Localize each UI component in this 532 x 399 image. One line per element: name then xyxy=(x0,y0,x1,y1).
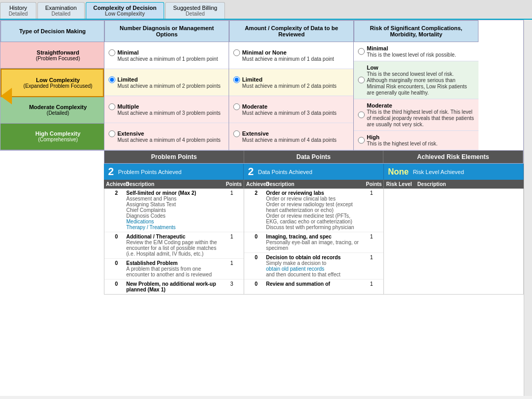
dp-row2-points: 1 xyxy=(362,234,381,251)
pp-row2-achieved: 0 xyxy=(107,234,126,257)
decision-low[interactable]: Low Complexity (Expanded Problem Focused… xyxy=(1,69,104,97)
tab-billing[interactable]: Suggested Billing Detailed xyxy=(165,2,225,19)
dp-row3-desc: Decision to obtain old records Simply ma… xyxy=(266,255,362,277)
dp-row3-points: 1 xyxy=(362,255,381,277)
problem-points-header: Problem Points xyxy=(104,151,244,163)
tab-complexity[interactable]: Complexity of Decision Low Complexity xyxy=(86,2,165,19)
risk-option-moderate[interactable]: ModerateThis is the third highest level … xyxy=(354,99,478,131)
dp-row1-achieved: 2 xyxy=(246,190,266,230)
pp-row3-achieved: 0 xyxy=(107,260,126,277)
dp-row3-achieved: 0 xyxy=(246,255,266,277)
decision-types-col: Straightforward (Problem Focused) Low Co… xyxy=(1,42,104,150)
pp-row3-desc: Established Problem A problem that persi… xyxy=(126,260,222,277)
data-option-minimal[interactable]: Minimal or NoneMust achieve a minimum of… xyxy=(229,42,353,69)
risk-description-header: Description xyxy=(415,180,524,189)
option-multiple[interactable]: MultipleMust achieve a minimum of 3 prob… xyxy=(104,96,229,123)
pp-description-header: Description xyxy=(124,180,224,189)
problem-points-rows: 2 Self-limited or minor (Max 2) Assesmen… xyxy=(104,189,244,294)
risk-achieved-none: None xyxy=(388,167,409,177)
risk-achieved-rows xyxy=(384,189,523,294)
decision-straightforward[interactable]: Straightforward (Problem Focused) xyxy=(1,42,104,69)
problem-achieved-num: 2 xyxy=(108,166,114,178)
dp-row1-desc: Order or reviewing labs Order or review … xyxy=(266,190,362,230)
pp-points-header: Points xyxy=(224,180,244,189)
dp-row4-points: 1 xyxy=(362,281,381,287)
scrollbar[interactable] xyxy=(524,20,532,396)
tabs-bar: History Detailed Examination Detailed Co… xyxy=(0,0,532,20)
data-achieved-cell: 2 Data Points Achieved xyxy=(244,164,383,180)
data-option-extensive[interactable]: ExtensiveMust achieve a minimum of 4 dat… xyxy=(229,123,353,150)
decision-moderate[interactable]: Moderate Complexity (Detailed) xyxy=(1,97,104,124)
col1-header: Type of Decision Making xyxy=(1,20,104,42)
data-options-col: Minimal or NoneMust achieve a minimum of… xyxy=(229,42,354,150)
side-arrow-btn[interactable] xyxy=(1,88,12,104)
option-extensive[interactable]: ExtensiveMust achieve a minimum of 4 pro… xyxy=(104,123,229,150)
option-minimal[interactable]: MinimalMust achieve a minimum of 1 probl… xyxy=(104,42,229,69)
dp-points-header: Points xyxy=(364,180,383,189)
number-options-col: MinimalMust achieve a minimum of 1 probl… xyxy=(104,42,229,150)
pp-achieved-header: Achieved xyxy=(104,180,124,189)
tab-examination[interactable]: Examination Detailed xyxy=(37,2,85,19)
table-row: 0 Decision to obtain old records Simply … xyxy=(244,253,383,280)
risk-option-minimal[interactable]: MinimalThis is the lowest level of risk … xyxy=(354,42,478,61)
option-limited[interactable]: LimitedMust achieve a minimum of 2 probl… xyxy=(104,69,229,96)
data-option-limited[interactable]: LimitedMust achieve a minimum of 2 data … xyxy=(229,69,353,96)
pp-row1-desc: Self-limited or minor (Max 2) Assesment … xyxy=(126,190,222,230)
risk-options-col: MinimalThis is the lowest level of risk … xyxy=(354,42,478,150)
risk-header: Achieved Risk Elements xyxy=(383,151,523,163)
dp-row2-achieved: 0 xyxy=(246,234,266,251)
dp-row4-achieved: 0 xyxy=(246,281,266,287)
pp-row4-achieved: 0 xyxy=(107,281,126,292)
pp-row1-points: 1 xyxy=(222,190,242,230)
table-row: 2 Order or reviewing labs Order or revie… xyxy=(244,189,383,232)
data-achieved-num: 2 xyxy=(248,166,254,178)
pp-row3-points: 1 xyxy=(222,260,242,277)
pp-row2-points: 1 xyxy=(222,234,242,257)
problem-achieved-label: Problem Points Achieved xyxy=(118,169,181,175)
data-achieved-label: Data Points Achieved xyxy=(258,169,312,175)
decision-high[interactable]: High Complexity (Comprehensive) xyxy=(1,124,104,150)
dp-row1-points: 1 xyxy=(362,190,381,230)
data-points-header: Data Points xyxy=(244,151,384,163)
pp-row2-desc: Additional / Therapeutic Review the E/M … xyxy=(126,234,222,257)
risk-achieved-cell: None Risk Level Achieved xyxy=(384,164,524,180)
table-row: 0 Imaging, tracing, and spec Personally … xyxy=(244,232,383,253)
dp-description-header: Description xyxy=(264,180,364,189)
tab-history[interactable]: History Detailed xyxy=(0,2,36,19)
table-row: 0 Review and summation of 1 xyxy=(244,280,383,288)
pp-row4-desc: New Problem, no additional work-up plann… xyxy=(126,281,222,292)
data-option-moderate[interactable]: ModerateMust achieve a minimum of 3 data… xyxy=(229,96,353,123)
risk-option-high[interactable]: HighThis is the highest level of risk. xyxy=(354,131,478,150)
pp-row4-points: 3 xyxy=(222,281,242,292)
table-row: 0 Additional / Therapeutic Review the E/… xyxy=(104,232,244,259)
table-row: 2 Self-limited or minor (Max 2) Assesmen… xyxy=(104,189,244,232)
pp-row1-achieved: 2 xyxy=(107,190,126,230)
col2-header: Number Diagnosis or Management Options xyxy=(104,20,229,42)
risk-level-header: Risk Level xyxy=(384,180,415,189)
dp-achieved-header: Achieved xyxy=(244,180,264,189)
dp-row2-desc: Imaging, tracing, and spec Personally ey… xyxy=(266,234,362,251)
col3-header: Amount / Complexity of Data to be Review… xyxy=(229,20,354,42)
table-row: 0 New Problem, no additional work-up pla… xyxy=(104,280,244,294)
risk-option-low[interactable]: LowThis is the second lowest level of ri… xyxy=(354,61,478,99)
risk-level-label: Risk Level Achieved xyxy=(413,169,464,175)
table-row: 0 Established Problem A problem that per… xyxy=(104,259,244,280)
col4-header: Risk of Significant Complications, Morbi… xyxy=(354,20,478,42)
problem-achieved-cell: 2 Problem Points Achieved xyxy=(104,164,244,180)
dp-row4-desc: Review and summation of xyxy=(266,281,362,287)
data-points-rows: 2 Order or reviewing labs Order or revie… xyxy=(244,189,384,294)
